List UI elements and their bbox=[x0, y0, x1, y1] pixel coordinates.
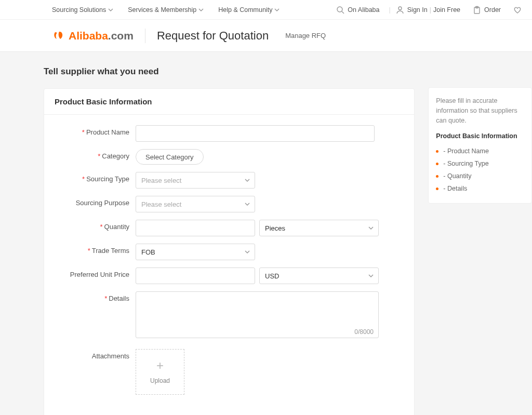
details-char-count: 0/8000 bbox=[354, 328, 374, 336]
heart-icon bbox=[513, 6, 522, 14]
sourcing-purpose-value: Please select bbox=[141, 200, 181, 208]
sourcing-type-select[interactable]: Please select bbox=[136, 172, 255, 189]
nav-signin-label: Sign In bbox=[407, 6, 428, 14]
currency-value: USD bbox=[265, 272, 279, 280]
label-attachments: Attachments bbox=[57, 349, 136, 360]
label-unit-price: Preferred Unit Price bbox=[57, 267, 136, 278]
label-category: *Category bbox=[57, 149, 136, 160]
label-product-name: *Product Name bbox=[57, 125, 136, 136]
plus-icon: + bbox=[156, 359, 164, 372]
quantity-unit-select[interactable]: Pieces bbox=[259, 220, 379, 236]
chevron-down-icon bbox=[244, 201, 250, 207]
select-category-button[interactable]: Select Category bbox=[136, 149, 204, 165]
row-quantity: *Quantity Pieces bbox=[57, 220, 402, 236]
upload-button[interactable]: + Upload bbox=[136, 349, 184, 395]
logo-brand: Alibaba bbox=[69, 30, 108, 42]
chevron-down-icon bbox=[108, 7, 113, 12]
nav-favorites[interactable] bbox=[511, 6, 522, 14]
label-details: *Details bbox=[57, 291, 136, 302]
label-quantity: *Quantity bbox=[57, 220, 136, 231]
nav-sourcing-label: Sourcing Solutions bbox=[52, 6, 106, 14]
nav-services-membership[interactable]: Services & Membership bbox=[128, 6, 204, 14]
product-name-input[interactable] bbox=[136, 125, 375, 142]
trade-terms-value: FOB bbox=[141, 248, 155, 256]
nav-join-label: Join Free bbox=[433, 6, 460, 14]
row-product-name: *Product Name bbox=[57, 125, 402, 142]
nav-sourcing-solutions[interactable]: Sourcing Solutions bbox=[52, 6, 113, 14]
sub-header: Alibaba.com Request for Quotation Manage… bbox=[0, 20, 532, 52]
product-info-card: Product Basic Information *Product Name … bbox=[44, 88, 415, 415]
currency-select[interactable]: USD bbox=[259, 267, 379, 284]
sourcing-purpose-select[interactable]: Please select bbox=[136, 196, 255, 212]
manage-rfq-link[interactable]: Manage RFQ bbox=[285, 32, 326, 39]
logo[interactable]: Alibaba.com bbox=[52, 29, 134, 43]
top-nav-right: On Alibaba | Sign In | Join Free Order bbox=[324, 6, 522, 14]
nav-services-label: Services & Membership bbox=[128, 6, 196, 14]
search-icon bbox=[336, 6, 344, 14]
chevron-down-icon bbox=[198, 7, 204, 12]
chevron-down-icon bbox=[244, 249, 250, 255]
label-trade-terms: *Trade Terms bbox=[57, 244, 136, 255]
label-sourcing-purpose: Sourcing Purpose bbox=[57, 196, 136, 207]
top-nav: Sourcing Solutions Services & Membership… bbox=[0, 0, 532, 20]
row-details: *Details 0/8000 bbox=[57, 291, 402, 340]
side-head: Product Basic Information bbox=[436, 132, 524, 140]
row-category: *Category Select Category bbox=[57, 149, 402, 165]
page-heading: Tell supplier what you need bbox=[44, 66, 415, 77]
page-body: Tell supplier what you need Product Basi… bbox=[0, 52, 532, 415]
user-icon bbox=[396, 6, 404, 14]
side-checklist: - Product Name - Sourcing Type - Quantit… bbox=[436, 145, 524, 195]
side-desc: Please fill in accurate information so t… bbox=[436, 96, 524, 125]
side-item: - Quantity bbox=[436, 170, 524, 182]
nav-search-label: On Alibaba bbox=[348, 6, 379, 14]
nav-separator: | bbox=[389, 6, 391, 14]
upload-label: Upload bbox=[150, 377, 170, 384]
svg-point-2 bbox=[398, 7, 402, 10]
nav-account[interactable]: Sign In | Join Free bbox=[394, 6, 460, 14]
page-title: Request for Quotation bbox=[157, 29, 269, 43]
quantity-input[interactable] bbox=[136, 220, 255, 236]
unit-price-input[interactable] bbox=[136, 267, 255, 284]
chevron-down-icon bbox=[368, 273, 374, 279]
chevron-down-icon bbox=[368, 225, 374, 231]
trade-terms-select[interactable]: FOB bbox=[136, 244, 255, 260]
chevron-down-icon bbox=[274, 7, 280, 12]
side-item: - Details bbox=[436, 182, 524, 195]
row-unit-price: Preferred Unit Price USD bbox=[57, 267, 402, 284]
page-left: Tell supplier what you need Product Basi… bbox=[44, 62, 415, 415]
nav-help-community[interactable]: Help & Community bbox=[218, 6, 280, 14]
side-item: - Sourcing Type bbox=[436, 157, 524, 170]
quantity-unit-value: Pieces bbox=[265, 224, 285, 232]
nav-help-label: Help & Community bbox=[218, 6, 272, 14]
svg-line-1 bbox=[342, 11, 344, 14]
chevron-down-icon bbox=[244, 177, 250, 183]
details-textarea[interactable] bbox=[136, 291, 379, 338]
row-sourcing-type: *Sourcing Type Please select bbox=[57, 172, 402, 189]
completeness-panel: Please fill in accurate information so t… bbox=[428, 87, 532, 204]
nav-order-label: Order bbox=[484, 6, 501, 14]
label-sourcing-type: *Sourcing Type bbox=[57, 172, 136, 183]
clipboard-icon bbox=[473, 6, 481, 14]
card-body: *Product Name *Category Select Category … bbox=[44, 115, 414, 415]
logo-glyph-icon bbox=[52, 29, 65, 43]
svg-point-0 bbox=[337, 7, 342, 12]
card-title: Product Basic Information bbox=[44, 89, 414, 115]
logo-suffix: .com bbox=[108, 30, 134, 42]
row-sourcing-purpose: Sourcing Purpose Please select bbox=[57, 196, 402, 212]
row-attachments: Attachments + Upload bbox=[57, 349, 402, 395]
vertical-separator bbox=[145, 29, 145, 43]
side-item: - Product Name bbox=[436, 145, 524, 157]
sourcing-type-value: Please select bbox=[141, 177, 181, 184]
nav-order[interactable]: Order bbox=[471, 6, 501, 14]
row-trade-terms: *Trade Terms FOB bbox=[57, 244, 402, 260]
nav-search-scope[interactable]: On Alibaba bbox=[334, 6, 379, 14]
